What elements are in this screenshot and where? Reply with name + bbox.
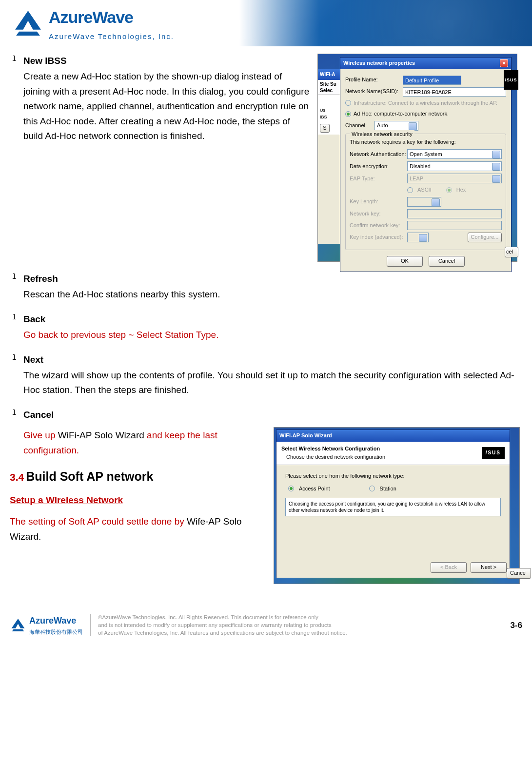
footer-copyright: ©AzureWave Technologies, Inc. All Rights… [98,613,503,637]
figure-wireless-properties: WiFi-A Site Su Selec Us IBS S [317,54,517,262]
profile-name-input[interactable]: Default Profile [403,76,461,85]
option-access-point[interactable]: Access Point [288,485,330,493]
confkey-input [407,221,502,230]
adhoc-radio[interactable] [345,111,351,117]
item-new-ibss: New IBSS Create a new Ad-Hoc station by … [10,54,310,143]
page-content: New IBSS Create a new Ad-Hoc station by … [0,46,532,589]
footer-brand-name: AzureWave [29,614,83,628]
asus-logo: /SUS [482,447,505,459]
cancel-button[interactable]: Cancel [429,256,465,267]
auth-label: Network Authentication: [350,150,407,159]
wizard-header-line1: Select Wireless Network Configuration [281,445,385,453]
wizard-header-line2: Choose the desired network configuration [286,453,385,462]
confkey-label: Confirm network key: [350,221,407,230]
item-body: Create a new Ad-Hoc station by the shown… [23,69,310,143]
security-desc: This network requires a key for the foll… [350,138,502,147]
wireless-properties-dialog: Wireless network properties × Profile Na… [340,57,512,272]
keyidx-label: Key index (advanced): [350,233,407,242]
item-back: Back Go back to previous step ~ Select S… [10,312,522,343]
dialog-title: Wireless network properties [343,59,415,68]
item-cancel: Cancel [10,408,522,422]
wizard-dialog: WiFi-AP Solo Wizard Select Wireless Netw… [276,430,510,578]
security-group-title: Wireless network security [350,130,414,139]
security-group: Wireless network security This network r… [345,134,506,250]
figure-wizard: WiFi-AP Solo Wizard Select Wireless Netw… [274,427,520,584]
footer-logo: AzureWave 海華科技股份有限公司 [10,614,91,636]
section-subheading: Setup a Wireless Network [10,493,264,508]
close-icon[interactable]: × [500,59,508,67]
cancel-button-fragment[interactable]: Cance [507,568,531,579]
eap-label: EAP Type: [350,175,407,183]
logo-icon [10,618,26,632]
header-logo-text: AzureWave AzureWave Technologies, Inc. [49,4,174,42]
keylen-label: Key Length: [350,197,407,206]
wizard-title: WiFi-AP Solo Wizard [276,430,510,442]
infra-label: Infrastructure: Connect to a wireless ne… [354,99,497,108]
header-logo: AzureWave AzureWave Technologies, Inc. [12,4,174,42]
brand-name: AzureWave [49,4,174,30]
keyidx-select [407,233,429,242]
option-station[interactable]: Station [369,485,396,493]
profile-name-label: Profile Name: [345,76,403,84]
wizard-description: Choosing the access point configuration,… [285,498,501,516]
item-title: Cancel [23,408,522,422]
item-next: Next The wizard will show up the content… [10,352,522,398]
bg-body-btn[interactable]: S [320,124,330,133]
netkey-label: Network key: [350,210,407,218]
item-title: Refresh [23,272,522,286]
wizard-prompt: Please select one from the following net… [285,472,501,481]
item-title: Back [23,312,522,327]
next-button[interactable]: Next > [471,562,507,573]
ssid-input[interactable]: KITER189-E0A82E [403,87,506,97]
adhoc-label: Ad Hoc: computer-to-computer network. [354,110,449,118]
brand-subtitle: AzureWave Technologies, Inc. [49,31,174,42]
ascii-radio [407,187,413,193]
radio-icon [369,486,375,491]
section-heading: 3.4Build Soft AP network [10,467,264,486]
item-refresh: Refresh Rescan the Ad-Hoc stations nearb… [10,272,522,302]
back-button: < Back [431,562,467,573]
keylen-select [407,197,441,207]
header-banner: AzureWave AzureWave Technologies, Inc. [0,0,532,46]
hex-radio [446,187,452,193]
auth-select[interactable]: Open System [407,149,502,159]
enc-label: Data encryption: [350,162,407,171]
asus-logo: /SUS [504,70,518,90]
channel-label: Channel: [345,121,374,130]
page-footer: AzureWave 海華科技股份有限公司 ©AzureWave Technolo… [0,613,532,639]
logo-icon [12,10,44,37]
item-body: The wizard will show up the contents of … [23,368,522,398]
outer-cancel-fragment: cel [505,247,518,257]
channel-select[interactable]: Auto [374,121,418,131]
radio-icon [288,486,294,491]
infra-radio [345,100,351,106]
netkey-input [407,209,502,218]
ok-button[interactable]: OK [387,256,423,267]
eap-select: LEAP [407,174,502,183]
configure-button: Configure... [468,233,502,242]
item-body: Go back to previous step ~ Select Statio… [23,328,522,342]
section-body: The setting of Soft AP could settle done… [10,514,264,544]
cancel-body: Give up WiFi-AP Solo Wizard and keep the… [10,428,264,458]
page-number: 3-6 [510,619,522,632]
item-title: New IBSS [23,54,310,68]
ssid-label: Network Name(SSID): [345,87,403,96]
footer-brand-sub: 海華科技股份有限公司 [29,628,83,637]
item-body: Rescan the Ad-Hoc stations nearby this s… [23,287,522,302]
item-title: Next [23,352,522,367]
enc-select[interactable]: Disabled [407,161,502,171]
